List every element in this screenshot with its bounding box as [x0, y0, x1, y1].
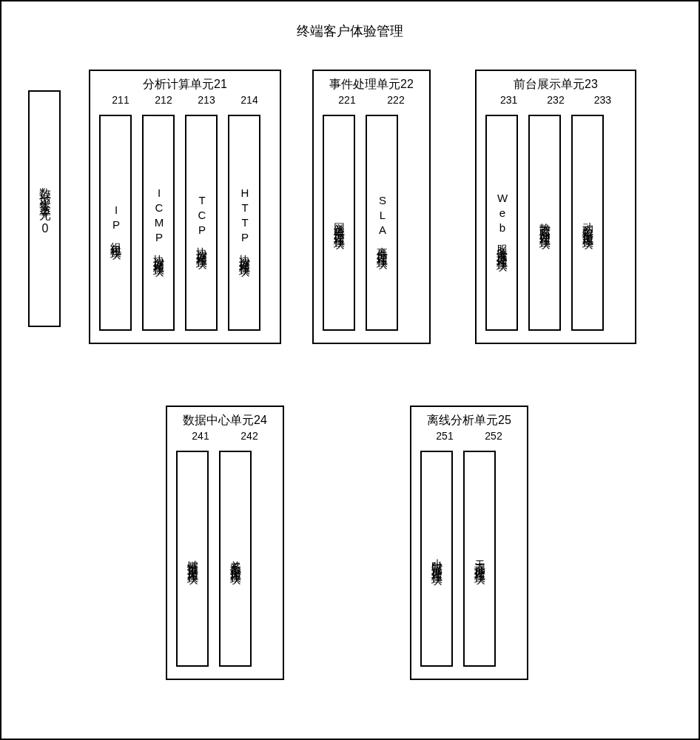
mod-num: 252 — [469, 430, 518, 442]
unit-analysis-compute: 分析计算单元21 211 212 213 214 IP组包模块 ICMP协议处理… — [89, 70, 281, 344]
module-box: Web服务请求处理模块 — [485, 115, 518, 331]
module-label: 静态页面处理模块 — [538, 214, 552, 232]
module-numbers: 251 252 — [420, 430, 518, 442]
module-box: 动态数据生成模块 — [571, 115, 604, 331]
module-box: SLA事件处理模块 — [366, 115, 398, 331]
unit-data-center: 数据中心单元24 241 242 键值数据库模块 关系数据库模块 — [166, 406, 284, 680]
module-label: TCP协议处理模块 — [195, 194, 209, 252]
module-box: ICMP协议处理模块 — [142, 115, 175, 331]
module-label: SLA事件处理模块 — [375, 194, 389, 252]
module-label: 动态数据生成模块 — [581, 214, 595, 232]
module-row: 键值数据库模块 关系数据库模块 — [176, 451, 274, 667]
module-box: 网络事件处理模块 — [323, 115, 355, 331]
module-label: HTTP协议处理模块 — [238, 186, 252, 259]
data-collect-unit: 数据采集单元20 — [28, 90, 61, 327]
module-row: Web服务请求处理模块 静态页面处理模块 动态数据生成模块 — [485, 115, 626, 331]
mod-num: 251 — [420, 430, 469, 442]
unit-title: 前台展示单元23 — [485, 77, 626, 92]
unit-title: 事件处理单元22 — [323, 77, 420, 92]
mod-num: 242 — [225, 430, 274, 442]
module-box: 关系数据库模块 — [219, 451, 252, 667]
mod-num: 241 — [176, 430, 225, 442]
module-label: 天记录处理模块 — [473, 551, 487, 567]
unit-offline-analysis: 离线分析单元25 251 252 小时记录处理模块 天记录处理模块 — [410, 406, 528, 680]
mod-num: 221 — [323, 94, 371, 106]
module-numbers: 231 232 233 — [485, 94, 626, 106]
diagram-canvas: 终端客户体验管理 数据采集单元20 分析计算单元21 211 212 213 2… — [0, 0, 700, 740]
module-box: 静态页面处理模块 — [528, 115, 561, 331]
module-numbers: 241 242 — [176, 430, 274, 442]
module-numbers: 211 212 213 214 — [99, 94, 271, 106]
unit-title: 分析计算单元21 — [99, 77, 271, 92]
module-box: 键值数据库模块 — [176, 451, 209, 667]
unit-title: 数据中心单元24 — [176, 413, 274, 428]
module-label: Web服务请求处理模块 — [495, 192, 509, 254]
module-row: IP组包模块 ICMP协议处理模块 TCP协议处理模块 HTTP协议处理模块 — [99, 115, 271, 331]
module-label: 键值数据库模块 — [186, 551, 200, 567]
module-label: 网络事件处理模块 — [332, 214, 346, 232]
mod-num: 213 — [185, 94, 228, 106]
module-label: ICMP协议处理模块 — [152, 186, 166, 259]
mod-num: 214 — [228, 94, 271, 106]
module-row: 小时记录处理模块 天记录处理模块 — [420, 451, 518, 667]
main-title: 终端客户体验管理 — [1, 1, 699, 40]
mod-num: 231 — [485, 94, 532, 106]
mod-num: 232 — [532, 94, 579, 106]
module-row: 网络事件处理模块 SLA事件处理模块 — [323, 115, 420, 331]
mod-num: 212 — [142, 94, 185, 106]
module-label: 小时记录处理模块 — [430, 550, 444, 568]
module-numbers: 221 222 — [323, 94, 420, 106]
module-box: TCP协议处理模块 — [185, 115, 218, 331]
mod-num: 222 — [371, 94, 420, 106]
module-box: HTTP协议处理模块 — [228, 115, 260, 331]
data-collect-label: 数据采集单元20 — [37, 178, 53, 239]
unit-event-process: 事件处理单元22 221 222 网络事件处理模块 SLA事件处理模块 — [312, 70, 431, 344]
module-box: IP组包模块 — [99, 115, 132, 331]
module-box: 小时记录处理模块 — [420, 451, 453, 667]
mod-num: 211 — [99, 94, 142, 106]
mod-num: 233 — [579, 94, 626, 106]
module-label: 关系数据库模块 — [229, 551, 243, 567]
unit-title: 离线分析单元25 — [420, 413, 518, 428]
module-box: 天记录处理模块 — [463, 451, 496, 667]
unit-frontend-display: 前台展示单元23 231 232 233 Web服务请求处理模块 静态页面处理模… — [475, 70, 636, 344]
module-label: IP组包模块 — [109, 204, 123, 242]
